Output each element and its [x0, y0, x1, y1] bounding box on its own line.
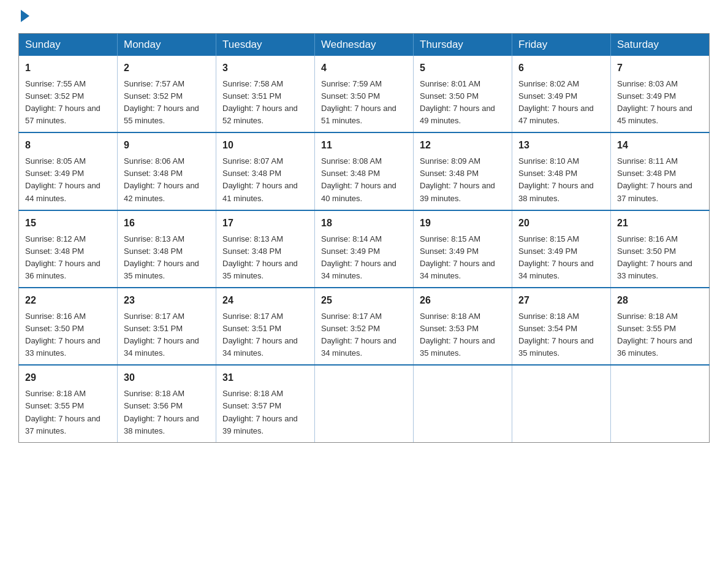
day-info: Sunrise: 8:17 AMSunset: 3:52 PMDaylight:…	[321, 312, 396, 358]
weekday-header-tuesday: Tuesday	[216, 34, 315, 56]
day-info: Sunrise: 8:06 AMSunset: 3:48 PMDaylight:…	[124, 156, 199, 202]
logo-triangle-icon	[21, 10, 29, 22]
calendar-cell	[611, 365, 710, 442]
calendar-cell: 20Sunrise: 8:15 AMSunset: 3:49 PMDayligh…	[512, 210, 611, 288]
day-number: 21	[617, 216, 703, 231]
day-info: Sunrise: 8:15 AMSunset: 3:49 PMDaylight:…	[420, 234, 495, 280]
calendar-cell: 27Sunrise: 8:18 AMSunset: 3:54 PMDayligh…	[512, 288, 611, 365]
day-info: Sunrise: 8:18 AMSunset: 3:55 PMDaylight:…	[617, 312, 692, 358]
calendar-cell: 8Sunrise: 8:05 AMSunset: 3:49 PMDaylight…	[19, 132, 118, 210]
page-header	[18, 12, 710, 22]
day-number: 15	[25, 216, 111, 231]
day-number: 8	[25, 138, 111, 153]
calendar-cell: 22Sunrise: 8:16 AMSunset: 3:50 PMDayligh…	[19, 288, 118, 365]
day-info: Sunrise: 8:18 AMSunset: 3:54 PMDaylight:…	[518, 312, 594, 358]
weekday-header-sunday: Sunday	[19, 34, 118, 56]
day-info: Sunrise: 7:55 AMSunset: 3:52 PMDaylight:…	[25, 79, 100, 125]
logo	[18, 12, 29, 22]
day-number: 24	[222, 293, 308, 308]
day-number: 28	[617, 293, 703, 308]
calendar-cell: 16Sunrise: 8:13 AMSunset: 3:48 PMDayligh…	[118, 210, 216, 288]
calendar-cell	[315, 365, 414, 442]
calendar-cell: 2Sunrise: 7:57 AMSunset: 3:52 PMDaylight…	[118, 56, 216, 132]
day-number: 16	[124, 216, 210, 231]
day-info: Sunrise: 8:16 AMSunset: 3:50 PMDaylight:…	[25, 312, 100, 358]
day-number: 22	[25, 293, 111, 308]
calendar-cell: 26Sunrise: 8:18 AMSunset: 3:53 PMDayligh…	[414, 288, 512, 365]
day-info: Sunrise: 8:17 AMSunset: 3:51 PMDaylight:…	[124, 312, 199, 358]
calendar-cell: 21Sunrise: 8:16 AMSunset: 3:50 PMDayligh…	[611, 210, 710, 288]
day-info: Sunrise: 8:18 AMSunset: 3:57 PMDaylight:…	[222, 389, 298, 435]
weekday-header-friday: Friday	[512, 34, 611, 56]
day-info: Sunrise: 8:14 AMSunset: 3:49 PMDaylight:…	[321, 234, 396, 280]
day-info: Sunrise: 8:13 AMSunset: 3:48 PMDaylight:…	[222, 234, 298, 280]
day-number: 3	[222, 61, 308, 76]
calendar-table: SundayMondayTuesdayWednesdayThursdayFrid…	[18, 33, 710, 443]
day-info: Sunrise: 8:15 AMSunset: 3:49 PMDaylight:…	[518, 234, 594, 280]
day-number: 7	[617, 61, 703, 76]
calendar-cell: 7Sunrise: 8:03 AMSunset: 3:49 PMDaylight…	[611, 56, 710, 132]
day-number: 18	[321, 216, 407, 231]
day-number: 29	[25, 370, 111, 386]
day-number: 26	[420, 293, 506, 308]
day-info: Sunrise: 8:18 AMSunset: 3:55 PMDaylight:…	[25, 389, 100, 435]
calendar-header-row: SundayMondayTuesdayWednesdayThursdayFrid…	[19, 34, 710, 56]
calendar-cell: 1Sunrise: 7:55 AMSunset: 3:52 PMDaylight…	[19, 56, 118, 132]
calendar-week-row: 29Sunrise: 8:18 AMSunset: 3:55 PMDayligh…	[19, 365, 710, 442]
logo-blue-text	[18, 12, 29, 22]
weekday-header-saturday: Saturday	[611, 34, 710, 56]
day-info: Sunrise: 8:08 AMSunset: 3:48 PMDaylight:…	[321, 156, 396, 202]
day-info: Sunrise: 8:10 AMSunset: 3:48 PMDaylight:…	[518, 156, 594, 202]
day-number: 4	[321, 61, 407, 76]
calendar-cell: 14Sunrise: 8:11 AMSunset: 3:48 PMDayligh…	[611, 132, 710, 210]
day-number: 5	[420, 61, 506, 76]
day-info: Sunrise: 8:11 AMSunset: 3:48 PMDaylight:…	[617, 156, 692, 202]
day-info: Sunrise: 8:09 AMSunset: 3:48 PMDaylight:…	[420, 156, 495, 202]
calendar-week-row: 15Sunrise: 8:12 AMSunset: 3:48 PMDayligh…	[19, 210, 710, 288]
day-number: 25	[321, 293, 407, 308]
day-info: Sunrise: 8:03 AMSunset: 3:49 PMDaylight:…	[617, 79, 692, 125]
day-number: 12	[420, 138, 506, 153]
calendar-cell: 31Sunrise: 8:18 AMSunset: 3:57 PMDayligh…	[216, 365, 315, 442]
day-number: 23	[124, 293, 210, 308]
calendar-cell: 25Sunrise: 8:17 AMSunset: 3:52 PMDayligh…	[315, 288, 414, 365]
calendar-cell: 30Sunrise: 8:18 AMSunset: 3:56 PMDayligh…	[118, 365, 216, 442]
day-number: 31	[222, 370, 308, 386]
day-info: Sunrise: 8:02 AMSunset: 3:49 PMDaylight:…	[518, 79, 594, 125]
calendar-cell: 24Sunrise: 8:17 AMSunset: 3:51 PMDayligh…	[216, 288, 315, 365]
calendar-cell: 3Sunrise: 7:58 AMSunset: 3:51 PMDaylight…	[216, 56, 315, 132]
day-number: 11	[321, 138, 407, 153]
calendar-cell: 28Sunrise: 8:18 AMSunset: 3:55 PMDayligh…	[611, 288, 710, 365]
day-info: Sunrise: 8:18 AMSunset: 3:56 PMDaylight:…	[124, 389, 199, 435]
calendar-cell: 5Sunrise: 8:01 AMSunset: 3:50 PMDaylight…	[414, 56, 512, 132]
day-number: 9	[124, 138, 210, 153]
calendar-cell	[512, 365, 611, 442]
weekday-header-monday: Monday	[118, 34, 216, 56]
day-info: Sunrise: 8:05 AMSunset: 3:49 PMDaylight:…	[25, 156, 100, 202]
day-info: Sunrise: 8:01 AMSunset: 3:50 PMDaylight:…	[420, 79, 495, 125]
day-number: 1	[25, 61, 111, 76]
calendar-week-row: 1Sunrise: 7:55 AMSunset: 3:52 PMDaylight…	[19, 56, 710, 132]
calendar-cell: 9Sunrise: 8:06 AMSunset: 3:48 PMDaylight…	[118, 132, 216, 210]
day-info: Sunrise: 8:12 AMSunset: 3:48 PMDaylight:…	[25, 234, 100, 280]
weekday-header-wednesday: Wednesday	[315, 34, 414, 56]
day-info: Sunrise: 8:17 AMSunset: 3:51 PMDaylight:…	[222, 312, 298, 358]
day-info: Sunrise: 8:07 AMSunset: 3:48 PMDaylight:…	[222, 156, 298, 202]
calendar-week-row: 22Sunrise: 8:16 AMSunset: 3:50 PMDayligh…	[19, 288, 710, 365]
calendar-cell: 29Sunrise: 8:18 AMSunset: 3:55 PMDayligh…	[19, 365, 118, 442]
day-info: Sunrise: 8:13 AMSunset: 3:48 PMDaylight:…	[124, 234, 199, 280]
calendar-cell: 12Sunrise: 8:09 AMSunset: 3:48 PMDayligh…	[414, 132, 512, 210]
day-number: 13	[518, 138, 604, 153]
calendar-cell: 11Sunrise: 8:08 AMSunset: 3:48 PMDayligh…	[315, 132, 414, 210]
day-number: 20	[518, 216, 604, 231]
calendar-cell: 4Sunrise: 7:59 AMSunset: 3:50 PMDaylight…	[315, 56, 414, 132]
day-info: Sunrise: 7:57 AMSunset: 3:52 PMDaylight:…	[124, 79, 199, 125]
calendar-cell: 6Sunrise: 8:02 AMSunset: 3:49 PMDaylight…	[512, 56, 611, 132]
day-number: 14	[617, 138, 703, 153]
calendar-cell: 13Sunrise: 8:10 AMSunset: 3:48 PMDayligh…	[512, 132, 611, 210]
day-number: 19	[420, 216, 506, 231]
weekday-header-thursday: Thursday	[414, 34, 512, 56]
day-info: Sunrise: 8:18 AMSunset: 3:53 PMDaylight:…	[420, 312, 495, 358]
calendar-week-row: 8Sunrise: 8:05 AMSunset: 3:49 PMDaylight…	[19, 132, 710, 210]
day-info: Sunrise: 7:58 AMSunset: 3:51 PMDaylight:…	[222, 79, 298, 125]
